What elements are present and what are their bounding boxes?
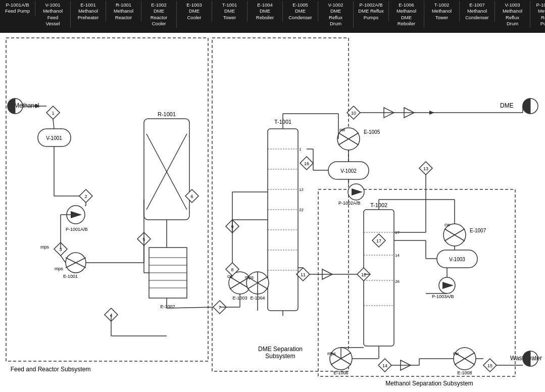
node7-label: 7 <box>218 305 221 310</box>
node6-label: 6 <box>190 194 193 199</box>
v1002-label: V-1002 <box>340 168 357 174</box>
t1001-tray4-num: 22 <box>299 208 304 212</box>
dme-separation-label2: Subsystem <box>265 353 295 360</box>
node8-label: 8 <box>231 267 233 272</box>
header-item-e1006: E-1006MethanolDMEReboiler <box>389 1 424 28</box>
header-item-v1002: V-1002DMERefluxDrum <box>318 1 354 28</box>
diagram-svg: Feed and Reactor Subsystem DME Separatio… <box>0 33 545 392</box>
mps-label-1: mps <box>40 244 49 250</box>
header-item-e1002: E-1002DMEReactorCooler <box>141 1 177 28</box>
v1001-label: V-1001 <box>46 135 62 141</box>
feed-reactor-label: Feed and Reactor Subsystem <box>11 366 91 373</box>
t1001-tray1-num: 1 <box>299 147 302 152</box>
dme-label: DME <box>500 102 514 109</box>
header-item-e1003: E-1003DMECooler <box>177 1 212 22</box>
node14-label: 14 <box>382 363 387 368</box>
e1004-mps-label: mps <box>245 275 254 280</box>
node13-label: 13 <box>423 166 428 171</box>
t1001-column <box>268 129 298 311</box>
header-bar: P-1001A/BFeed Pump V-1001MethanolFeedVes… <box>0 0 545 33</box>
t1002-tray2-num: 14 <box>395 253 400 258</box>
header-item-r1001: R-1001MethanolReactor <box>106 1 141 22</box>
node10-label: 10 <box>351 111 356 116</box>
header-item-t1002: T-1002MethanolTower <box>424 1 460 22</box>
node11-label: 11 <box>301 272 306 277</box>
e1006-label: E-1006 <box>333 370 348 375</box>
p1003-label: P-1003A/B <box>432 294 454 299</box>
node2-label: 2 <box>84 194 87 199</box>
t1001-tray3-num: 12 <box>299 187 304 192</box>
header-item-p1002: P-1002A/BDME RefluxPumps <box>354 1 389 22</box>
header-item-p1003: P-1003A/BMethanolRefluxPumps <box>530 1 545 28</box>
t1002-column <box>364 210 394 346</box>
header-item-p1001: P-1001A/BFeed Pump <box>0 1 35 16</box>
e1006-mps-label: mps <box>327 351 336 356</box>
header-item-e1001: E-1001MethanolPreheater <box>71 1 106 22</box>
process-diagram: Feed and Reactor Subsystem DME Separatio… <box>0 33 545 392</box>
node15-label: 15 <box>487 363 492 368</box>
e1008-label: E-1008 <box>457 370 472 375</box>
e1007-cw-label: cw <box>444 222 451 227</box>
dme-separation-label: DME Separation <box>258 346 303 353</box>
e1001-mps-label: mps <box>55 266 64 271</box>
e1007-label: E-1007 <box>470 228 486 233</box>
r1001-reactor <box>144 119 189 220</box>
v1003-label: V-1003 <box>449 257 465 262</box>
e1008-cw-label: cw <box>453 351 459 356</box>
header-item-v1001: V-1001MethanolFeedVessel <box>35 1 71 28</box>
e1001-label: E-1001 <box>63 274 78 279</box>
p1001-label: P-1001A/B <box>66 227 88 232</box>
node16-label: 16 <box>304 161 309 166</box>
p1002-label: P-1002A/B <box>338 201 361 206</box>
methanol-separation-label: Methanol Separation Subsystem <box>385 380 473 387</box>
node12-label: 12 <box>361 272 366 277</box>
e1005-cw-label: cw <box>339 127 345 132</box>
header-item-e1007: E-1007MethanolCondenser <box>460 1 495 22</box>
header-item-e1005: E-1005DMECondenser <box>283 1 318 22</box>
e1005-label: E-1005 <box>364 129 380 135</box>
methanol-label: Methanol <box>14 102 39 109</box>
r1001-label: R-1001 <box>158 111 176 117</box>
header-item-v1003: V-1003MethanolRefluxDrum <box>495 1 530 28</box>
t1002-tray3-num: 26 <box>395 279 400 284</box>
node17-label: 17 <box>376 238 381 243</box>
header-item-e1004: E-1004DMEReboiler <box>247 1 283 22</box>
header-item-t1001: T-1001DMETower <box>212 1 247 22</box>
node1-label: 1 <box>52 111 54 116</box>
